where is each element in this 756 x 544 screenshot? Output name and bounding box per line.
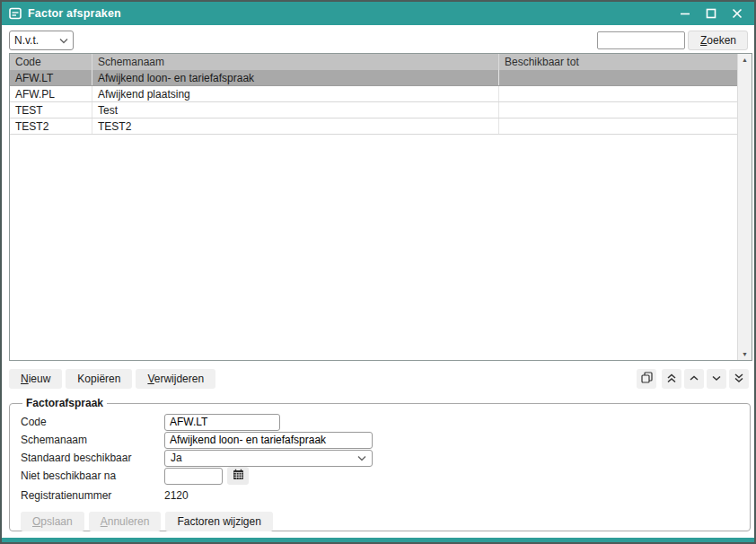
cell-beschikbaar-tot	[499, 102, 737, 118]
record-navigation	[637, 369, 749, 389]
column-header-schemanaam[interactable]: Schemanaam	[92, 54, 499, 70]
standaard-beschikbaar-select[interactable]: Ja	[164, 450, 373, 467]
cancel-button[interactable]: Annuleren	[89, 512, 162, 531]
standaard-beschikbaar-label: Standaard beschikbaar	[21, 452, 164, 464]
cell-schemanaam: Afwijkend plaatsing	[92, 86, 499, 101]
date-picker-button[interactable]	[227, 467, 249, 485]
form-row-registratienummer: Registratienummer 2120	[21, 485, 739, 505]
double-chevron-down-icon	[734, 373, 744, 386]
window-title: Factor afspraken	[28, 7, 121, 20]
double-chevron-up-icon	[666, 373, 677, 386]
table-row[interactable]: AFW.PL Afwijkend plaatsing	[10, 86, 737, 102]
table-row[interactable]: TEST Test	[10, 102, 737, 118]
search-input[interactable]	[597, 31, 685, 49]
delete-button[interactable]: Verwijderen	[136, 369, 215, 389]
table-body: AFW.LT Afwijkend loon- en tariefafspraak…	[10, 70, 737, 360]
schemanaam-label: Schemanaam	[21, 434, 164, 446]
niet-beschikbaar-na-label: Niet beschikbaar na	[21, 469, 164, 482]
move-first-button[interactable]	[662, 369, 681, 389]
standaard-beschikbaar-value: Ja	[171, 452, 357, 464]
chevron-down-icon	[711, 373, 722, 386]
table-row[interactable]: TEST2 TEST2	[10, 118, 737, 135]
chevron-up-icon	[689, 373, 699, 386]
close-button[interactable]	[727, 4, 747, 22]
column-header-code[interactable]: Code	[10, 54, 92, 70]
cell-beschikbaar-tot	[499, 70, 737, 85]
schemanaam-field[interactable]	[164, 432, 373, 449]
code-label: Code	[21, 416, 164, 428]
cell-beschikbaar-tot	[499, 86, 737, 101]
form-row-standaard-beschikbaar: Standaard beschikbaar Ja	[21, 449, 739, 467]
app-window: Factor afspraken N.v.t. Zoeken Code Sche…	[0, 0, 756, 544]
save-button[interactable]: Opslaan	[21, 512, 84, 531]
table-header: Code Schemanaam Beschikbaar tot	[10, 54, 737, 70]
form-row-niet-beschikbaar-na: Niet beschikbaar na	[21, 467, 739, 485]
cell-schemanaam: TEST2	[92, 118, 499, 134]
registratienummer-value: 2120	[164, 489, 189, 502]
move-last-button[interactable]	[729, 369, 749, 389]
group-legend: Factorafspraak	[22, 397, 107, 409]
maximize-button[interactable]	[701, 4, 721, 22]
cell-code: AFW.PL	[10, 86, 92, 101]
form-window-icon	[9, 7, 22, 20]
move-down-button[interactable]	[707, 369, 726, 389]
chevron-down-icon	[59, 34, 68, 47]
window-bottom-strip	[2, 538, 754, 542]
move-up-button[interactable]	[684, 369, 704, 389]
table-actions: Nieuw Kopiëren Verwijderen	[9, 369, 215, 389]
factor-table: Code Schemanaam Beschikbaar tot AFW.LT A…	[9, 53, 752, 361]
copy-icon	[641, 372, 653, 386]
form-buttons: Opslaan Annuleren Factoren wijzigen	[21, 512, 739, 531]
cell-schemanaam: Test	[92, 102, 499, 118]
form-row-code: Code	[21, 413, 739, 431]
cell-schemanaam: Afwijkend loon- en tariefafspraak	[92, 70, 499, 85]
duplicate-button[interactable]	[637, 369, 656, 389]
cell-code: AFW.LT	[10, 70, 92, 85]
cell-code: TEST2	[10, 118, 92, 134]
scroll-down-icon[interactable]: ▼	[742, 351, 748, 357]
form-row-schemanaam: Schemanaam	[21, 431, 739, 449]
filter-dropdown[interactable]: N.v.t.	[9, 31, 74, 50]
calendar-icon	[233, 469, 244, 483]
registratienummer-label: Registratienummer	[21, 489, 164, 502]
chevron-down-icon	[357, 452, 366, 464]
code-field[interactable]	[164, 414, 280, 431]
filter-dropdown-value: N.v.t.	[14, 34, 56, 47]
cell-beschikbaar-tot	[499, 118, 737, 134]
cell-code: TEST	[10, 102, 92, 118]
factorafspraak-group: Factorafspraak Code Schemanaam Standaard…	[9, 397, 751, 531]
column-header-beschikbaar-tot[interactable]: Beschikbaar tot	[499, 54, 737, 70]
table-row[interactable]: AFW.LT Afwijkend loon- en tariefafspraak	[10, 70, 737, 86]
copy-button[interactable]: Kopiëren	[66, 369, 132, 389]
niet-beschikbaar-na-field[interactable]	[164, 468, 223, 485]
minimize-button[interactable]	[675, 4, 695, 22]
scroll-up-icon[interactable]: ▲	[742, 57, 748, 63]
edit-factors-button[interactable]: Factoren wijzigen	[165, 512, 272, 531]
new-button[interactable]: Nieuw	[9, 369, 62, 389]
search-button[interactable]: Zoeken	[688, 31, 748, 50]
titlebar: Factor afspraken	[2, 2, 754, 25]
vertical-scrollbar[interactable]: ▲ ▼	[737, 54, 752, 360]
